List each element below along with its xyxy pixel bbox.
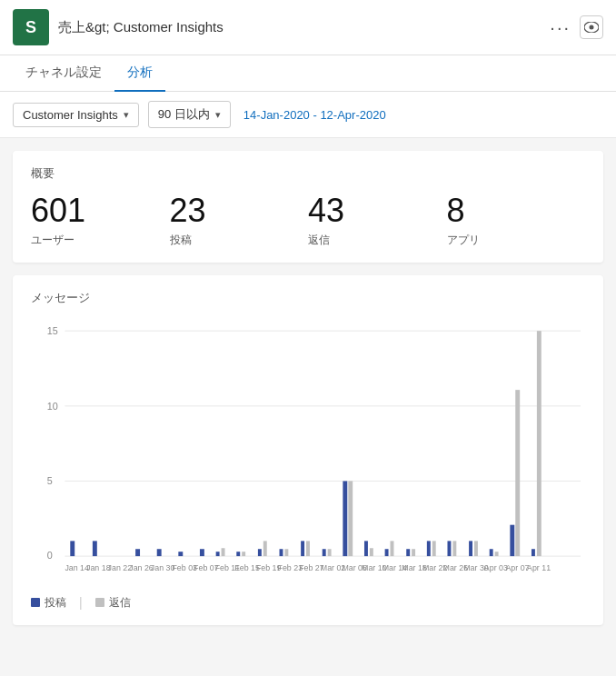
svg-rect-29 [348, 481, 353, 556]
stat-users-number: 601 [31, 193, 170, 229]
svg-rect-26 [323, 549, 326, 556]
svg-text:Jan 30: Jan 30 [151, 562, 175, 572]
svg-rect-25 [306, 541, 310, 556]
eye-icon[interactable] [580, 15, 603, 39]
stat-replies-label: 返信 [308, 233, 447, 248]
svg-text:Jan 14: Jan 14 [65, 562, 89, 572]
svg-text:Apr 03: Apr 03 [484, 562, 508, 572]
period-dropdown[interactable]: 90 日以内 ▾ [148, 101, 231, 128]
svg-rect-33 [391, 541, 394, 556]
svg-text:Jan 22: Jan 22 [108, 562, 133, 572]
svg-rect-13 [157, 549, 162, 556]
svg-rect-39 [452, 541, 456, 556]
svg-text:10: 10 [47, 400, 58, 411]
main-content: 概要 601 ユーザー 23 投稿 43 返信 8 アプリ メッセージ [0, 138, 616, 638]
stat-posts-number: 23 [170, 193, 309, 229]
svg-rect-27 [328, 549, 332, 556]
header-icons: ··· [550, 15, 603, 39]
svg-rect-28 [343, 481, 347, 556]
svg-text:5: 5 [47, 475, 53, 486]
stat-posts-label: 投稿 [170, 233, 309, 248]
chart-area: 15 10 5 0 [31, 315, 585, 588]
svg-text:Apr 11: Apr 11 [527, 562, 551, 572]
replies-color-swatch [95, 598, 104, 607]
svg-rect-19 [242, 552, 245, 556]
svg-rect-34 [406, 549, 410, 556]
posts-color-swatch [31, 598, 40, 607]
legend-posts-label: 投稿 [45, 595, 66, 611]
filters-row: Customer Insights ▾ 90 日以内 ▾ 14-Jan-2020… [0, 92, 616, 138]
chevron-down-icon: ▾ [215, 109, 221, 121]
svg-rect-24 [301, 541, 304, 556]
svg-rect-31 [370, 548, 373, 556]
stats-row: 601 ユーザー 23 投稿 43 返信 8 アプリ [31, 193, 585, 248]
chart-card: メッセージ 15 10 5 0 [13, 275, 603, 625]
legend-replies: 返信 [95, 595, 131, 611]
stat-apps: 8 アプリ [447, 193, 586, 248]
stat-users-label: ユーザー [31, 233, 170, 248]
svg-rect-38 [447, 541, 451, 556]
svg-rect-14 [178, 552, 183, 556]
svg-rect-15 [200, 549, 204, 556]
svg-rect-12 [135, 549, 140, 556]
svg-text:15: 15 [47, 325, 58, 336]
stat-replies: 43 返信 [308, 193, 447, 248]
overview-card: 概要 601 ユーザー 23 投稿 43 返信 8 アプリ [13, 151, 603, 263]
channel-dropdown-label: Customer Insights [23, 108, 118, 122]
chevron-down-icon: ▾ [124, 109, 129, 121]
svg-text:0: 0 [47, 550, 53, 561]
tabs-bar: チャネル設定 分析 [0, 55, 616, 92]
svg-rect-42 [490, 549, 493, 556]
period-dropdown-label: 90 日以内 [158, 106, 210, 123]
svg-rect-18 [236, 552, 240, 556]
date-range-display: 14-Jan-2020 - 12-Apr-2020 [243, 108, 386, 122]
svg-rect-41 [474, 541, 478, 556]
overview-title: 概要 [31, 165, 585, 182]
svg-rect-32 [385, 549, 389, 556]
svg-rect-37 [432, 541, 436, 556]
legend-replies-label: 返信 [109, 595, 131, 611]
svg-text:Jan 18: Jan 18 [86, 562, 111, 572]
svg-rect-11 [93, 541, 97, 556]
svg-rect-21 [263, 541, 267, 556]
svg-rect-44 [510, 524, 514, 555]
svg-rect-47 [537, 331, 541, 556]
svg-text:Jan 26: Jan 26 [129, 562, 154, 572]
header-title: 売上&gt; Customer Insights [58, 19, 541, 36]
svg-rect-23 [284, 549, 288, 556]
app-icon: S [13, 9, 49, 45]
app-header: S 売上&gt; Customer Insights ··· [0, 0, 616, 55]
stat-apps-label: アプリ [447, 233, 586, 248]
svg-rect-22 [280, 549, 283, 556]
legend-posts: 投稿 [31, 595, 66, 611]
svg-rect-35 [412, 549, 415, 556]
svg-rect-10 [70, 541, 75, 556]
legend-separator: | [79, 595, 83, 610]
svg-rect-36 [427, 541, 431, 556]
tab-analytics[interactable]: 分析 [114, 55, 165, 92]
svg-point-1 [590, 25, 594, 30]
svg-rect-30 [364, 541, 368, 556]
chart-svg: 15 10 5 0 [31, 315, 585, 588]
more-options-icon[interactable]: ··· [550, 17, 571, 38]
stat-users: 601 ユーザー [31, 193, 170, 248]
svg-rect-43 [495, 552, 499, 556]
svg-rect-45 [515, 390, 520, 556]
tab-channel-settings[interactable]: チャネル設定 [13, 55, 114, 92]
stat-apps-number: 8 [447, 193, 586, 229]
svg-rect-40 [469, 541, 472, 556]
svg-rect-16 [216, 552, 220, 556]
svg-rect-20 [258, 549, 262, 556]
stat-replies-number: 43 [308, 193, 447, 229]
chart-legend: 投稿 | 返信 [31, 595, 585, 611]
chart-title: メッセージ [31, 290, 585, 306]
svg-text:Apr 07: Apr 07 [505, 562, 529, 572]
svg-rect-17 [222, 548, 225, 556]
svg-rect-46 [532, 549, 535, 556]
channel-dropdown[interactable]: Customer Insights ▾ [13, 103, 139, 127]
stat-posts: 23 投稿 [170, 193, 309, 248]
